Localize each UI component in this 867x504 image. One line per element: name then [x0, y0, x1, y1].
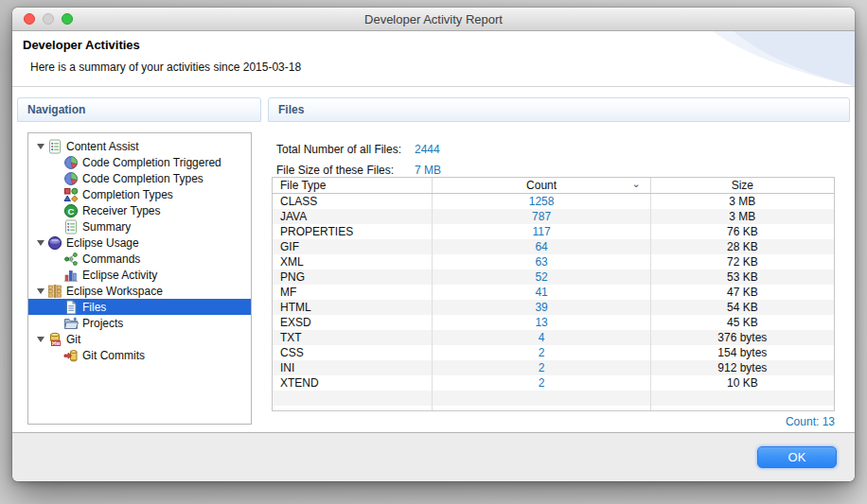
table-cell[interactable]: 10 KB — [651, 375, 834, 391]
tree-item-completion-types[interactable]: Completion Types — [28, 186, 251, 202]
tree-item-commands[interactable]: Commands — [28, 251, 251, 267]
tree-item-label: Summary — [82, 220, 131, 234]
column-header-count[interactable]: Count⌄ — [433, 178, 650, 193]
tree-item-label: Code Completion Triggered — [82, 156, 221, 169]
table-cell[interactable]: 787 — [433, 209, 650, 224]
files-table: File TypeCount⌄SizeCLASS12583 MBJAVA7873… — [272, 177, 835, 411]
tree-item-label: Files — [82, 301, 106, 314]
table-cell — [433, 406, 650, 411]
tree-item-eclipse-workspace[interactable]: Eclipse Workspace — [28, 283, 251, 299]
folder-icon — [63, 316, 79, 331]
stat-value: 2444 — [415, 143, 440, 156]
table-cell[interactable]: CLASS — [273, 194, 433, 209]
tree-item-label: Eclipse Activity — [82, 269, 157, 282]
git-db-icon: GIT — [47, 332, 62, 347]
table-cell — [651, 406, 834, 411]
tree-item-receiver-types[interactable]: CReceiver Types — [28, 202, 251, 218]
table-row[interactable]: XML6372 KB — [273, 254, 834, 269]
table-cell[interactable]: 39 — [433, 300, 650, 315]
table-cell[interactable]: PNG — [273, 269, 433, 285]
sort-chevron-icon[interactable]: ⌄ — [631, 177, 640, 191]
table-cell[interactable]: XML — [273, 254, 433, 269]
table-cell[interactable]: 52 — [433, 269, 650, 285]
tree-item-eclipse-activity[interactable]: Eclipse Activity — [28, 267, 251, 283]
tree-item-label: Completion Types — [82, 188, 173, 201]
workspace-icon — [47, 284, 62, 299]
table-cell[interactable]: 4 — [433, 330, 650, 345]
table-cell[interactable]: EXSD — [273, 315, 433, 330]
table-cell[interactable]: TXT — [273, 330, 433, 345]
files-summary-stats: Total Number of all Files:2444File Size … — [276, 139, 441, 181]
table-header-row: File TypeCount⌄Size — [273, 178, 834, 194]
table-cell — [651, 391, 834, 406]
table-cell[interactable]: 3 MB — [651, 194, 834, 209]
table-cell[interactable]: 154 bytes — [651, 345, 834, 360]
expand-arrow-icon[interactable] — [34, 240, 47, 246]
tree-item-code-completion-types[interactable]: Code Completion Types — [28, 170, 251, 186]
table-cell[interactable]: 54 KB — [651, 300, 834, 315]
table-cell[interactable]: HTML — [273, 300, 433, 315]
table-cell[interactable]: INI — [273, 360, 433, 375]
tree-item-eclipse-usage[interactable]: Eclipse Usage — [28, 235, 251, 251]
table-row[interactable]: EXSD1345 KB — [273, 315, 834, 330]
tree-item-git-commits[interactable]: Git Commits — [28, 347, 251, 363]
table-cell[interactable]: CSS — [273, 345, 433, 360]
table-cell[interactable]: 64 — [433, 239, 650, 254]
table-cell[interactable]: 45 KB — [651, 315, 834, 330]
table-cell[interactable]: PROPERTIES — [273, 224, 433, 239]
table-row[interactable]: XTEND210 KB — [273, 375, 834, 391]
table-cell[interactable]: 47 KB — [651, 285, 834, 300]
table-cell[interactable]: JAVA — [273, 209, 433, 224]
table-row[interactable]: JAVA7873 MB — [273, 209, 834, 224]
table-count-label: Count: 13 — [786, 415, 835, 428]
column-header-file-type[interactable]: File Type — [273, 178, 433, 193]
tree-item-projects[interactable]: Projects — [28, 315, 251, 331]
tree-item-git[interactable]: GITGit — [28, 331, 251, 347]
table-cell[interactable]: 76 KB — [651, 224, 834, 239]
table-filler-row — [273, 406, 834, 411]
pie-icon — [63, 171, 79, 186]
expand-arrow-icon[interactable] — [34, 288, 47, 294]
expand-arrow-icon[interactable] — [34, 144, 47, 149]
table-cell[interactable]: 72 KB — [651, 254, 834, 269]
table-row[interactable]: CLASS12583 MB — [273, 194, 834, 209]
table-cell[interactable]: 63 — [433, 254, 650, 269]
table-row[interactable]: INI2912 bytes — [273, 360, 834, 375]
table-cell[interactable]: 53 KB — [651, 269, 834, 285]
table-cell[interactable]: 1258 — [433, 194, 650, 209]
list-icon — [63, 219, 79, 235]
tree-item-code-completion-triggered[interactable]: Code Completion Triggered — [28, 154, 251, 170]
table-cell[interactable]: GIF — [273, 239, 433, 254]
table-cell[interactable]: 13 — [433, 315, 650, 330]
tree-item-label: Receiver Types — [82, 204, 160, 217]
table-row[interactable]: MF4147 KB — [273, 285, 834, 300]
table-row[interactable]: PROPERTIES11776 KB — [273, 224, 834, 239]
table-row[interactable]: PNG5253 KB — [273, 269, 834, 285]
dialog-title: Developer Activities — [23, 38, 140, 52]
expand-arrow-icon[interactable] — [34, 337, 47, 342]
tree-item-summary[interactable]: Summary — [28, 218, 251, 235]
tree-item-files[interactable]: Files — [28, 299, 251, 315]
table-cell[interactable]: 2 — [433, 360, 650, 375]
git-commit-icon — [63, 348, 79, 363]
table-cell[interactable]: 376 bytes — [651, 330, 834, 345]
table-cell[interactable]: XTEND — [273, 375, 433, 391]
table-cell — [273, 391, 433, 406]
table-cell[interactable]: 28 KB — [651, 239, 834, 254]
table-cell[interactable]: 117 — [433, 224, 650, 239]
table-row[interactable]: GIF6428 KB — [273, 239, 834, 254]
table-row[interactable]: CSS2154 bytes — [273, 345, 834, 360]
table-cell[interactable]: 3 MB — [651, 209, 834, 224]
tree-item-content-assist[interactable]: Content Assist — [28, 138, 251, 154]
table-cell[interactable]: MF — [273, 285, 433, 300]
table-row[interactable]: HTML3954 KB — [273, 300, 834, 315]
commands-icon — [63, 252, 79, 267]
table-cell[interactable]: 2 — [433, 345, 650, 360]
table-row[interactable]: TXT4376 bytes — [273, 330, 834, 345]
table-cell[interactable]: 2 — [433, 375, 650, 391]
column-header-size[interactable]: Size — [651, 178, 834, 193]
ok-button[interactable]: OK — [757, 446, 837, 468]
table-cell[interactable]: 912 bytes — [651, 360, 834, 375]
table-cell[interactable]: 41 — [433, 285, 650, 300]
tree-item-label: Git Commits — [82, 349, 145, 362]
